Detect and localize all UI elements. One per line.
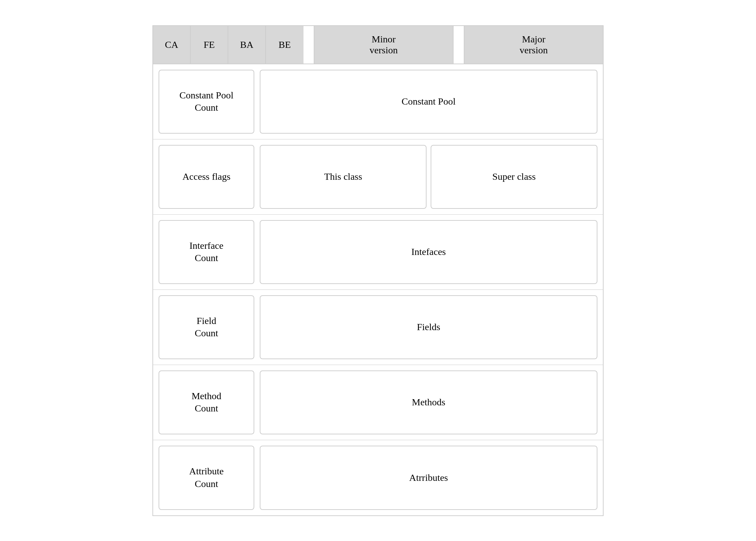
interface-count-row: InterfaceCount Intefaces bbox=[153, 215, 603, 290]
access-flags-row: Access flags This class Super class bbox=[153, 139, 603, 215]
constant-pool-cell: Constant Pool bbox=[260, 70, 597, 134]
interface-right: Intefaces bbox=[258, 215, 603, 289]
header-major-spacer bbox=[454, 26, 464, 64]
attributes-right: Atrributes bbox=[258, 440, 603, 515]
access-flags-right: This class Super class bbox=[258, 139, 603, 214]
magic-fe: FE bbox=[191, 26, 228, 64]
method-count-row: MethodCount Methods bbox=[153, 365, 603, 440]
magic-be: BE bbox=[266, 26, 303, 64]
constant-pool-count-label: Constant PoolCount bbox=[159, 70, 254, 134]
methods-right: Methods bbox=[258, 365, 603, 440]
constant-pool-right: Constant Pool bbox=[258, 64, 603, 139]
magic-ca: CA bbox=[153, 26, 191, 64]
interfaces-cell: Intefaces bbox=[260, 220, 597, 284]
fields-cell: Fields bbox=[260, 295, 597, 359]
method-count-label: MethodCount bbox=[159, 370, 254, 434]
constant-pool-row: Constant PoolCount Constant Pool bbox=[153, 64, 603, 139]
major-version-header: Majorversion bbox=[464, 26, 603, 64]
fields-right: Fields bbox=[258, 290, 603, 365]
attribute-count-row: AttributeCount Atrributes bbox=[153, 440, 603, 515]
field-count-row: FieldCount Fields bbox=[153, 290, 603, 365]
attributes-cell: Atrributes bbox=[260, 446, 597, 510]
access-flags-label: Access flags bbox=[159, 145, 254, 209]
methods-cell: Methods bbox=[260, 370, 597, 434]
minor-version-header: Minorversion bbox=[314, 26, 454, 64]
interface-count-label: InterfaceCount bbox=[159, 220, 254, 284]
header-spacer bbox=[303, 26, 314, 64]
diagram-container: CA FE BA BE Minorversion Majorversion Co… bbox=[152, 25, 604, 516]
field-count-label: FieldCount bbox=[159, 295, 254, 359]
this-class-cell: This class bbox=[260, 145, 427, 209]
super-class-cell: Super class bbox=[431, 145, 597, 209]
magic-ba: BA bbox=[228, 26, 266, 64]
attribute-count-label: AttributeCount bbox=[159, 446, 254, 510]
header-row: CA FE BA BE Minorversion Majorversion bbox=[153, 26, 603, 64]
